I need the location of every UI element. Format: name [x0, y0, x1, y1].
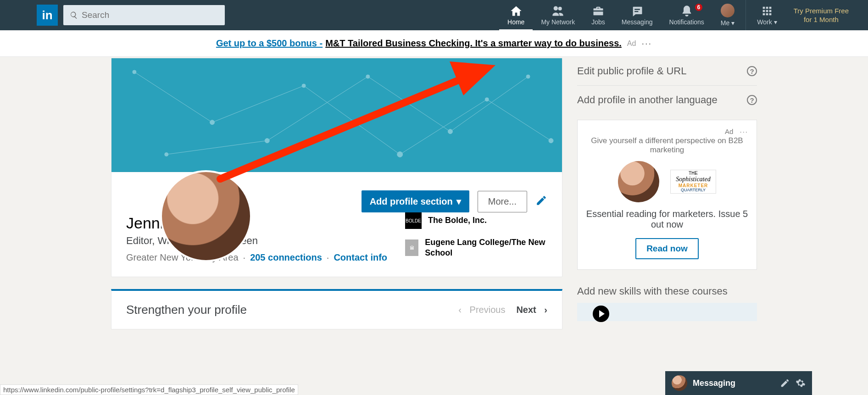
briefcase-icon: [592, 5, 605, 17]
adstrip-adlabel: Ad: [627, 39, 636, 48]
adstrip-bonus: Get up to a $500 bonus -: [216, 38, 323, 49]
caret-down-icon: ▾: [456, 196, 461, 207]
svg-point-18: [366, 75, 370, 78]
nav-home[interactable]: Home: [499, 0, 533, 30]
svg-point-16: [165, 153, 168, 156]
search-icon: [70, 11, 78, 19]
pager: ‹ Previous Next ›: [458, 305, 547, 315]
svg-point-17: [265, 139, 269, 143]
company-name: The Bolde, Inc.: [428, 215, 487, 226]
messaging-title: Messaging: [693, 378, 774, 388]
sidebar-ad: Ad ··· Give yourself a different perspec…: [577, 120, 757, 270]
ad-strip[interactable]: Get up to a $500 bonus - M&T Tailored Bu…: [0, 30, 868, 57]
linkedin-logo[interactable]: in: [37, 5, 58, 26]
messaging-icon: [631, 5, 644, 17]
grid-icon: [761, 5, 773, 17]
nav-work-label: Work▾: [757, 18, 777, 26]
school-name: Eugene Lang College/The New School: [425, 237, 547, 259]
nav-jobs[interactable]: Jobs: [583, 0, 613, 30]
ad-dots-icon[interactable]: ···: [740, 128, 748, 135]
experience-item[interactable]: BOLDE The Bolde, Inc.: [405, 212, 547, 229]
network-graphic-icon: [111, 58, 562, 172]
add-lang-text: Add profile in another language: [577, 94, 718, 106]
avatar-icon: [672, 375, 687, 391]
experience-list: BOLDE The Bolde, Inc. 🏛 Eugene Lang Coll…: [405, 212, 547, 267]
nav-jobs-label: Jobs: [591, 18, 605, 26]
pager-prev[interactable]: ‹ Previous: [458, 305, 505, 315]
gear-icon[interactable]: [796, 378, 806, 388]
notif-badge: 6: [694, 3, 703, 12]
profile-avatar[interactable]: [160, 170, 252, 262]
separator-dot: ·: [327, 252, 329, 263]
course-card[interactable]: [577, 303, 757, 321]
ad-label: Ad: [725, 128, 733, 135]
edit-public-url-link[interactable]: Edit public profile & URL ?: [577, 57, 757, 86]
edit-url-text: Edit public profile & URL: [577, 65, 686, 77]
nav-messaging-label: Messaging: [622, 18, 653, 26]
svg-point-19: [448, 129, 452, 134]
compose-icon[interactable]: [780, 378, 790, 388]
nav-network-label: My Network: [541, 18, 575, 26]
nav-work[interactable]: Work▾: [749, 0, 785, 30]
adstrip-rest: M&T Tailored Business Checking. It's a s…: [325, 38, 622, 49]
chevron-left-icon: ‹: [458, 305, 462, 315]
svg-point-15: [549, 139, 553, 143]
bell-icon: [680, 5, 693, 17]
help-icon[interactable]: ?: [747, 66, 757, 76]
search-box[interactable]: [63, 5, 225, 25]
top-nav: in Home My Network Jobs Messaging 6 Noti…: [0, 0, 868, 30]
home-icon: [510, 5, 523, 17]
ad-message: Essential reading for marketers. Issue 5…: [586, 209, 748, 230]
avatar-icon: [721, 4, 734, 17]
play-icon: [593, 306, 609, 322]
search-input[interactable]: [82, 10, 218, 20]
help-icon[interactable]: ?: [747, 95, 757, 105]
contact-info-link[interactable]: Contact info: [334, 252, 387, 263]
premium-line1: Try Premium Free: [794, 6, 849, 16]
company-logo-icon: BOLDE: [405, 212, 422, 229]
svg-point-13: [397, 152, 403, 157]
svg-point-20: [526, 75, 530, 78]
ad-cta-button[interactable]: Read now: [635, 238, 699, 259]
nav-divider: [746, 0, 746, 30]
svg-point-10: [133, 70, 136, 74]
svg-point-12: [302, 84, 306, 88]
skills-heading: Add new skills with these courses: [577, 285, 757, 297]
profile-card: Add profile section ▾ More... Jennifer S…: [111, 58, 562, 277]
nav-me[interactable]: Me▾: [712, 0, 743, 30]
more-button[interactable]: More...: [478, 191, 527, 212]
add-profile-section-button[interactable]: Add profile section ▾: [362, 190, 469, 212]
nav-notif-label: Notifications: [669, 18, 704, 26]
premium-cta[interactable]: Try Premium Free for 1 Month: [785, 0, 857, 30]
school-logo-icon: 🏛: [405, 239, 418, 256]
connections-link[interactable]: 205 connections: [250, 252, 322, 263]
ad-brand-logo: THE Sophisticated MARKETER QUARTERLY: [670, 170, 716, 194]
nav-network[interactable]: My Network: [533, 0, 583, 30]
status-url: https://www.linkedin.com/public-profile/…: [0, 384, 298, 395]
chevron-right-icon: ›: [544, 305, 547, 315]
nav-home-label: Home: [507, 18, 524, 26]
pager-next[interactable]: Next ›: [516, 305, 547, 315]
strengthen-card: Strengthen your profile ‹ Previous Next …: [111, 289, 562, 329]
ad-label-row: Ad ···: [586, 128, 748, 135]
premium-line2: for 1 Month: [794, 15, 849, 24]
cover-image[interactable]: [111, 58, 562, 172]
ad-avatar-icon: [618, 161, 659, 202]
svg-point-11: [210, 120, 215, 125]
edit-pencil-icon[interactable]: [535, 195, 547, 208]
add-language-link[interactable]: Add profile in another language ?: [577, 86, 757, 114]
svg-point-14: [485, 98, 489, 101]
ad-subhead: Give yourself a different perspective on…: [586, 136, 748, 155]
adstrip-dots-icon[interactable]: ···: [641, 38, 652, 49]
nav-me-label: Me▾: [721, 19, 734, 27]
strengthen-title: Strengthen your profile: [126, 303, 247, 317]
nav-notifications[interactable]: 6 Notifications: [661, 0, 712, 30]
experience-item[interactable]: 🏛 Eugene Lang College/The New School: [405, 237, 547, 259]
messaging-bar[interactable]: Messaging: [665, 371, 812, 395]
nav-messaging[interactable]: Messaging: [613, 0, 661, 30]
add-section-label: Add profile section: [370, 196, 453, 207]
separator-dot: ·: [243, 252, 246, 263]
people-icon: [551, 5, 564, 17]
svg-rect-0: [111, 58, 562, 172]
nav-items: Home My Network Jobs Messaging 6 Notific…: [499, 0, 857, 30]
